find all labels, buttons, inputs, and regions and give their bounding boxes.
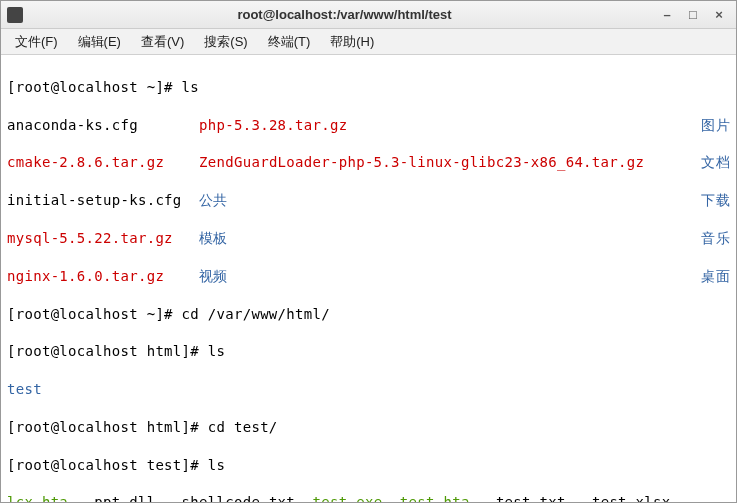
ls-entry: initial-setup-ks.cfg <box>7 192 199 208</box>
ls-entry: mysql-5.5.22.tar.gz <box>7 230 199 246</box>
terminal-line: [root@localhost ~]# cd /var/www/html/ <box>7 305 730 324</box>
maximize-button[interactable]: □ <box>686 8 700 22</box>
ls-entry: 桌面 <box>701 267 730 286</box>
menu-terminal[interactable]: 终端(T) <box>260 30 319 54</box>
terminal-app-icon <box>7 7 23 23</box>
menu-edit[interactable]: 编辑(E) <box>70 30 129 54</box>
prompt: [root@localhost html]# <box>7 419 208 435</box>
prompt: [root@localhost ~]# <box>7 79 182 95</box>
ls-entry: 模板 <box>199 230 228 246</box>
menubar: 文件(F) 编辑(E) 查看(V) 搜索(S) 终端(T) 帮助(H) <box>1 29 736 55</box>
terminal-line: [root@localhost ~]# ls <box>7 78 730 97</box>
command: cd test/ <box>208 419 278 435</box>
menu-view[interactable]: 查看(V) <box>133 30 192 54</box>
ls-entry: nginx-1.6.0.tar.gz <box>7 268 199 284</box>
terminal-line: [root@localhost test]# ls <box>7 456 730 475</box>
menu-file[interactable]: 文件(F) <box>7 30 66 54</box>
terminal-line: 图片anaconda-ks.cfg php-5.3.28.tar.gz <box>7 116 730 135</box>
ls-entry: test.exe <box>313 494 400 502</box>
ls-entry: 视频 <box>199 268 228 284</box>
ls-entry: test <box>7 381 42 397</box>
ls-entry: 公共 <box>199 192 228 208</box>
ls-entry: test.hta <box>400 494 496 502</box>
ls-entry: cmake-2.8.6.tar.gz <box>7 154 199 170</box>
terminal-line: 下载initial-setup-ks.cfg 公共 <box>7 191 730 210</box>
prompt: [root@localhost ~]# <box>7 306 182 322</box>
prompt: [root@localhost test]# <box>7 457 208 473</box>
ls-entry: 下载 <box>701 191 730 210</box>
ls-entry: php-5.3.28.tar.gz <box>199 117 347 133</box>
terminal-line: test <box>7 380 730 399</box>
ls-entry: lcx.hta <box>7 494 94 502</box>
prompt: [root@localhost html]# <box>7 343 208 359</box>
minimize-button[interactable]: – <box>660 8 674 22</box>
terminal-line: 桌面nginx-1.6.0.tar.gz 视频 <box>7 267 730 286</box>
ls-entry: ZendGuardLoader-php-5.3-linux-glibc23-x8… <box>199 154 644 170</box>
ls-entry: 文档 <box>701 153 730 172</box>
command: ls <box>208 457 225 473</box>
ls-entry: anaconda-ks.cfg <box>7 117 199 133</box>
ls-entry: 图片 <box>701 116 730 135</box>
close-button[interactable]: × <box>712 8 726 22</box>
terminal-line: lcx.hta ppt.dll shellcode.txt test.exe t… <box>7 493 730 502</box>
ls-entry: test.xlsx <box>592 494 671 502</box>
ls-entry: test.txt <box>496 494 592 502</box>
terminal-line: [root@localhost html]# cd test/ <box>7 418 730 437</box>
command: ls <box>208 343 225 359</box>
window-title: root@localhost:/var/www/html/test <box>29 7 660 22</box>
window-controls: – □ × <box>660 8 730 22</box>
menu-search[interactable]: 搜索(S) <box>196 30 255 54</box>
ls-entry: ppt.dll <box>94 494 181 502</box>
command: ls <box>182 79 199 95</box>
ls-entry: 音乐 <box>701 229 730 248</box>
terminal-area[interactable]: [root@localhost ~]# ls 图片anaconda-ks.cfg… <box>1 55 736 502</box>
terminal-line: 文档cmake-2.8.6.tar.gz ZendGuardLoader-php… <box>7 153 730 172</box>
terminal-line: 音乐mysql-5.5.22.tar.gz 模板 <box>7 229 730 248</box>
titlebar: root@localhost:/var/www/html/test – □ × <box>1 1 736 29</box>
menu-help[interactable]: 帮助(H) <box>322 30 382 54</box>
command: cd /var/www/html/ <box>182 306 330 322</box>
terminal-line: [root@localhost html]# ls <box>7 342 730 361</box>
ls-entry: shellcode.txt <box>182 494 313 502</box>
